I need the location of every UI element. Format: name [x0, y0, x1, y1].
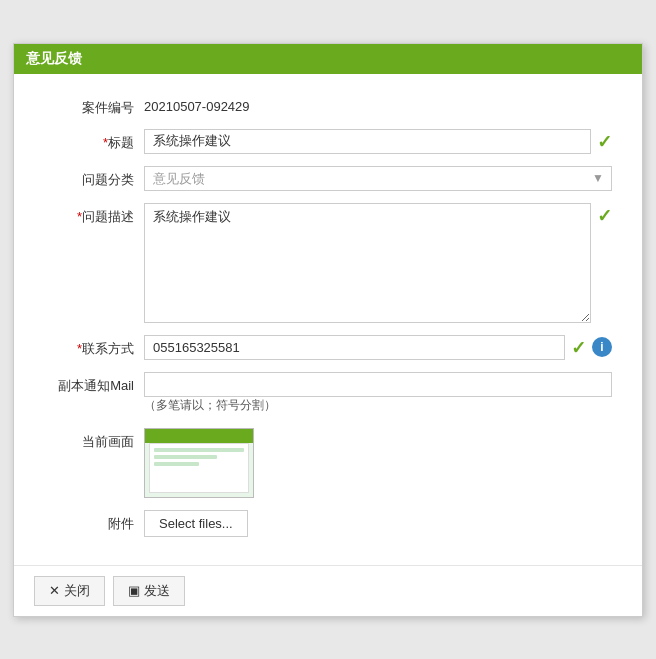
cc-mail-label: 副本通知Mail: [44, 372, 144, 395]
contact-label: *联系方式: [44, 335, 144, 358]
attachment-wrap: Select files...: [144, 510, 612, 537]
cc-mail-hint: （多笔请以；符号分割）: [144, 397, 612, 414]
cc-mail-row: 副本通知Mail （多笔请以；符号分割）: [44, 372, 612, 416]
close-button[interactable]: ✕ 关闭: [34, 576, 105, 606]
title-input[interactable]: [144, 129, 591, 154]
screenshot-thumbnail: [144, 428, 254, 498]
description-textarea[interactable]: 系统操作建议: [144, 203, 591, 323]
screenshot-row: 当前画面: [44, 428, 612, 498]
case-number-value-wrap: 20210507-092429: [144, 94, 612, 114]
send-label: 发送: [144, 582, 170, 600]
feedback-dialog: 意见反馈 案件编号 20210507-092429 *标题 ✓ 问题分类: [13, 43, 643, 617]
contact-input-wrap: ✓ i: [144, 335, 612, 360]
cc-mail-wrap: （多笔请以；符号分割）: [144, 372, 612, 416]
title-label-text: 标题: [108, 135, 134, 150]
description-label: *问题描述: [44, 203, 144, 226]
dialog-body: 案件编号 20210507-092429 *标题 ✓ 问题分类 意见反馈: [14, 74, 642, 565]
screenshot-wrap: [144, 428, 612, 498]
description-check-icon: ✓: [597, 205, 612, 227]
screenshot-inner: [149, 443, 249, 492]
screenshot-line-1: [154, 448, 244, 452]
case-number-label: 案件编号: [44, 94, 144, 117]
cc-mail-input[interactable]: [144, 372, 612, 397]
contact-check-icon: ✓: [571, 337, 586, 359]
contact-label-text: 联系方式: [82, 341, 134, 356]
category-select[interactable]: 意见反馈: [144, 166, 612, 191]
screenshot-label: 当前画面: [44, 428, 144, 451]
dialog-footer: ✕ 关闭 ▣ 发送: [14, 565, 642, 616]
category-row: 问题分类 意见反馈 ▼: [44, 166, 612, 191]
screenshot-line-3: [154, 462, 199, 466]
case-number-value: 20210507-092429: [144, 94, 250, 114]
title-input-wrap: ✓: [144, 129, 612, 154]
title-check-icon: ✓: [597, 131, 612, 153]
close-icon: ✕: [49, 583, 60, 598]
title-row: *标题 ✓: [44, 129, 612, 154]
screenshot-line-2: [154, 455, 217, 459]
dialog-header: 意见反馈: [14, 44, 642, 74]
screenshot-lines: [150, 444, 248, 473]
attachment-label: 附件: [44, 510, 144, 533]
info-icon[interactable]: i: [592, 337, 612, 357]
send-button[interactable]: ▣ 发送: [113, 576, 185, 606]
send-icon: ▣: [128, 583, 140, 598]
case-number-row: 案件编号 20210507-092429: [44, 94, 612, 117]
attachment-row: 附件 Select files...: [44, 510, 612, 537]
contact-row: *联系方式 ✓ i: [44, 335, 612, 360]
title-label: *标题: [44, 129, 144, 152]
description-row: *问题描述 系统操作建议 ✓: [44, 203, 612, 323]
contact-input[interactable]: [144, 335, 565, 360]
desc-label-text: 问题描述: [82, 209, 134, 224]
select-files-button[interactable]: Select files...: [144, 510, 248, 537]
description-textarea-wrap: 系统操作建议 ✓: [144, 203, 612, 323]
category-select-wrap: 意见反馈 ▼: [144, 166, 612, 191]
close-label: 关闭: [64, 582, 90, 600]
dialog-title: 意见反馈: [26, 50, 82, 66]
category-label: 问题分类: [44, 166, 144, 189]
category-select-container: 意见反馈 ▼: [144, 166, 612, 191]
